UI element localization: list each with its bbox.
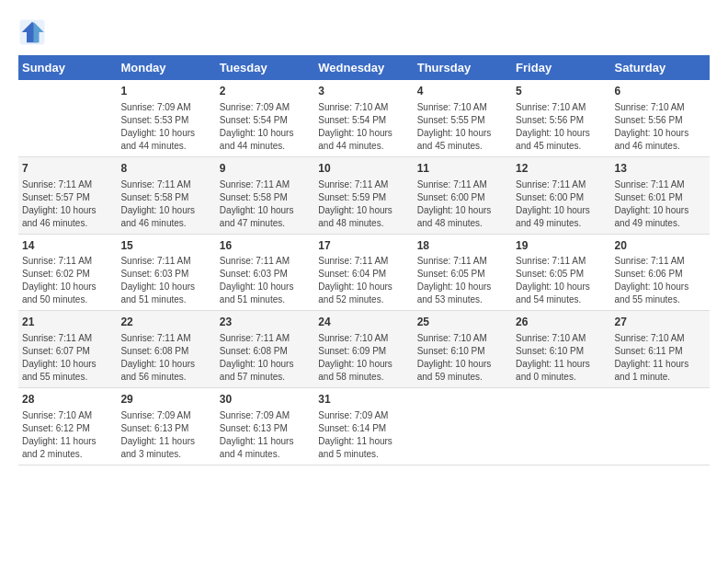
- col-header-monday: Monday: [117, 55, 215, 80]
- day-info: Sunrise: 7:11 AM Sunset: 6:03 PM Dayligh…: [220, 255, 311, 306]
- day-info: Sunrise: 7:11 AM Sunset: 6:08 PM Dayligh…: [220, 332, 311, 384]
- day-cell: 5Sunrise: 7:10 AM Sunset: 5:56 PM Daylig…: [512, 80, 610, 156]
- day-cell: 7Sunrise: 7:11 AM Sunset: 5:57 PM Daylig…: [18, 156, 117, 234]
- week-row-2: 7Sunrise: 7:11 AM Sunset: 5:57 PM Daylig…: [18, 156, 710, 234]
- week-row-3: 14Sunrise: 7:11 AM Sunset: 6:02 PM Dayli…: [18, 234, 710, 311]
- day-info: Sunrise: 7:11 AM Sunset: 6:03 PM Dayligh…: [120, 255, 211, 306]
- day-cell: 1Sunrise: 7:09 AM Sunset: 5:53 PM Daylig…: [117, 80, 215, 156]
- day-number: 18: [417, 238, 508, 254]
- day-number: 25: [417, 315, 508, 330]
- day-number: 12: [516, 161, 607, 177]
- day-cell: 3Sunrise: 7:10 AM Sunset: 5:54 PM Daylig…: [314, 80, 413, 156]
- day-info: Sunrise: 7:10 AM Sunset: 6:12 PM Dayligh…: [22, 409, 113, 461]
- day-cell: 23Sunrise: 7:11 AM Sunset: 6:08 PM Dayli…: [216, 311, 314, 388]
- day-cell: 20Sunrise: 7:11 AM Sunset: 6:06 PM Dayli…: [611, 234, 710, 311]
- col-header-saturday: Saturday: [611, 55, 710, 80]
- day-number: 13: [615, 161, 706, 177]
- day-number: 20: [615, 238, 706, 254]
- day-cell: 28Sunrise: 7:10 AM Sunset: 6:12 PM Dayli…: [18, 388, 117, 465]
- day-info: Sunrise: 7:10 AM Sunset: 6:10 PM Dayligh…: [417, 332, 508, 384]
- col-header-wednesday: Wednesday: [314, 55, 413, 80]
- day-info: Sunrise: 7:10 AM Sunset: 5:56 PM Dayligh…: [516, 101, 607, 153]
- day-cell: 21Sunrise: 7:11 AM Sunset: 6:07 PM Dayli…: [18, 311, 117, 388]
- day-info: Sunrise: 7:11 AM Sunset: 6:07 PM Dayligh…: [22, 332, 113, 384]
- logo: [18, 18, 50, 46]
- day-cell: 30Sunrise: 7:09 AM Sunset: 6:13 PM Dayli…: [216, 388, 314, 465]
- day-number: 24: [318, 315, 409, 330]
- week-row-1: 1Sunrise: 7:09 AM Sunset: 5:53 PM Daylig…: [18, 80, 710, 156]
- day-info: Sunrise: 7:10 AM Sunset: 6:09 PM Dayligh…: [318, 332, 409, 384]
- day-number: 4: [417, 84, 508, 99]
- day-info: Sunrise: 7:11 AM Sunset: 6:06 PM Dayligh…: [615, 255, 706, 306]
- day-number: 1: [120, 84, 211, 99]
- day-number: 7: [22, 161, 113, 177]
- day-info: Sunrise: 7:11 AM Sunset: 5:59 PM Dayligh…: [318, 178, 409, 230]
- day-cell: 12Sunrise: 7:11 AM Sunset: 6:00 PM Dayli…: [512, 156, 610, 234]
- day-info: Sunrise: 7:11 AM Sunset: 6:08 PM Dayligh…: [120, 332, 211, 384]
- day-number: 17: [318, 238, 409, 254]
- day-info: Sunrise: 7:11 AM Sunset: 6:05 PM Dayligh…: [516, 255, 607, 306]
- day-info: Sunrise: 7:10 AM Sunset: 6:11 PM Dayligh…: [615, 332, 706, 384]
- col-header-friday: Friday: [512, 55, 610, 80]
- day-info: Sunrise: 7:09 AM Sunset: 6:14 PM Dayligh…: [318, 409, 409, 461]
- day-cell: 22Sunrise: 7:11 AM Sunset: 6:08 PM Dayli…: [117, 311, 215, 388]
- day-number: 27: [615, 315, 706, 330]
- week-row-4: 21Sunrise: 7:11 AM Sunset: 6:07 PM Dayli…: [18, 311, 710, 388]
- day-info: Sunrise: 7:10 AM Sunset: 6:10 PM Dayligh…: [516, 332, 607, 384]
- day-info: Sunrise: 7:09 AM Sunset: 5:53 PM Dayligh…: [120, 101, 211, 153]
- day-info: Sunrise: 7:10 AM Sunset: 5:56 PM Dayligh…: [615, 101, 706, 153]
- day-number: 14: [22, 238, 113, 254]
- day-cell: 18Sunrise: 7:11 AM Sunset: 6:05 PM Dayli…: [414, 234, 512, 311]
- day-number: 30: [220, 392, 311, 408]
- day-info: Sunrise: 7:11 AM Sunset: 6:05 PM Dayligh…: [417, 255, 508, 306]
- day-cell: 26Sunrise: 7:10 AM Sunset: 6:10 PM Dayli…: [512, 311, 610, 388]
- logo-icon: [18, 18, 46, 46]
- day-number: 23: [220, 315, 311, 330]
- day-number: 2: [220, 84, 311, 99]
- header-row: SundayMondayTuesdayWednesdayThursdayFrid…: [18, 55, 710, 80]
- day-info: Sunrise: 7:11 AM Sunset: 5:58 PM Dayligh…: [120, 178, 211, 230]
- day-cell: 8Sunrise: 7:11 AM Sunset: 5:58 PM Daylig…: [117, 156, 215, 234]
- day-info: Sunrise: 7:09 AM Sunset: 5:54 PM Dayligh…: [220, 101, 311, 153]
- day-number: 3: [318, 84, 409, 99]
- col-header-sunday: Sunday: [18, 55, 117, 80]
- day-number: 28: [22, 392, 113, 408]
- day-cell: 4Sunrise: 7:10 AM Sunset: 5:55 PM Daylig…: [414, 80, 512, 156]
- week-row-5: 28Sunrise: 7:10 AM Sunset: 6:12 PM Dayli…: [18, 388, 710, 465]
- day-cell: 29Sunrise: 7:09 AM Sunset: 6:13 PM Dayli…: [117, 388, 215, 465]
- day-number: 19: [516, 238, 607, 254]
- day-cell: [512, 388, 610, 465]
- day-info: Sunrise: 7:09 AM Sunset: 6:13 PM Dayligh…: [220, 409, 311, 461]
- day-info: Sunrise: 7:11 AM Sunset: 6:02 PM Dayligh…: [22, 255, 113, 306]
- day-cell: [18, 80, 117, 156]
- day-info: Sunrise: 7:11 AM Sunset: 5:57 PM Dayligh…: [22, 178, 113, 230]
- day-number: 31: [318, 392, 409, 408]
- day-cell: 24Sunrise: 7:10 AM Sunset: 6:09 PM Dayli…: [314, 311, 413, 388]
- day-cell: 9Sunrise: 7:11 AM Sunset: 5:58 PM Daylig…: [216, 156, 314, 234]
- day-info: Sunrise: 7:10 AM Sunset: 5:54 PM Dayligh…: [318, 101, 409, 153]
- day-cell: 13Sunrise: 7:11 AM Sunset: 6:01 PM Dayli…: [611, 156, 710, 234]
- col-header-tuesday: Tuesday: [216, 55, 314, 80]
- day-cell: 15Sunrise: 7:11 AM Sunset: 6:03 PM Dayli…: [117, 234, 215, 311]
- day-number: 8: [120, 161, 211, 177]
- day-cell: 6Sunrise: 7:10 AM Sunset: 5:56 PM Daylig…: [611, 80, 710, 156]
- page-header: [18, 18, 710, 46]
- calendar-table: SundayMondayTuesdayWednesdayThursdayFrid…: [18, 55, 710, 465]
- day-number: 5: [516, 84, 607, 99]
- day-number: 11: [417, 161, 508, 177]
- day-cell: 17Sunrise: 7:11 AM Sunset: 6:04 PM Dayli…: [314, 234, 413, 311]
- day-cell: 19Sunrise: 7:11 AM Sunset: 6:05 PM Dayli…: [512, 234, 610, 311]
- day-cell: 31Sunrise: 7:09 AM Sunset: 6:14 PM Dayli…: [314, 388, 413, 465]
- day-cell: 10Sunrise: 7:11 AM Sunset: 5:59 PM Dayli…: [314, 156, 413, 234]
- day-cell: [414, 388, 512, 465]
- col-header-thursday: Thursday: [414, 55, 512, 80]
- day-cell: [611, 388, 710, 465]
- day-cell: 16Sunrise: 7:11 AM Sunset: 6:03 PM Dayli…: [216, 234, 314, 311]
- day-number: 10: [318, 161, 409, 177]
- day-number: 9: [220, 161, 311, 177]
- day-number: 29: [120, 392, 211, 408]
- day-info: Sunrise: 7:11 AM Sunset: 6:04 PM Dayligh…: [318, 255, 409, 306]
- day-number: 22: [120, 315, 211, 330]
- day-cell: 27Sunrise: 7:10 AM Sunset: 6:11 PM Dayli…: [611, 311, 710, 388]
- day-cell: 14Sunrise: 7:11 AM Sunset: 6:02 PM Dayli…: [18, 234, 117, 311]
